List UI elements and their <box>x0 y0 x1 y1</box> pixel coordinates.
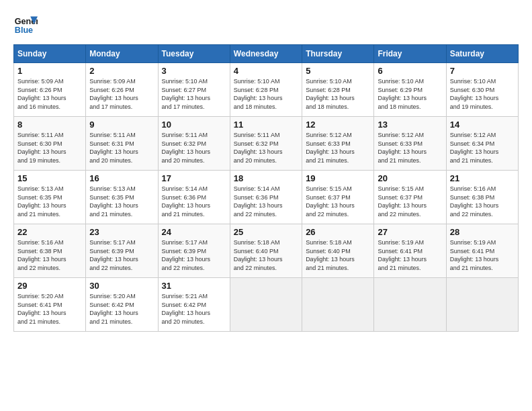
day-number: 11 <box>234 120 298 130</box>
calendar-header-row: SundayMondayTuesdayWednesdayThursdayFrid… <box>14 45 519 63</box>
day-info: Sunrise: 5:17 AM Sunset: 6:39 PM Dayligh… <box>162 238 226 272</box>
day-info: Sunrise: 5:10 AM Sunset: 6:30 PM Dayligh… <box>450 77 515 111</box>
day-number: 10 <box>162 120 226 130</box>
calendar-day-cell: 15Sunrise: 5:13 AM Sunset: 6:35 PM Dayli… <box>14 171 86 224</box>
calendar-day-cell: 8Sunrise: 5:11 AM Sunset: 6:30 PM Daylig… <box>14 117 86 171</box>
calendar-day-cell: 24Sunrise: 5:17 AM Sunset: 6:39 PM Dayli… <box>158 224 230 278</box>
calendar-day-cell: 4Sunrise: 5:10 AM Sunset: 6:28 PM Daylig… <box>230 63 302 117</box>
day-info: Sunrise: 5:16 AM Sunset: 6:38 PM Dayligh… <box>450 185 515 218</box>
day-info: Sunrise: 5:11 AM Sunset: 6:30 PM Dayligh… <box>17 131 82 165</box>
day-number: 27 <box>378 227 442 237</box>
calendar-day-cell: 27Sunrise: 5:19 AM Sunset: 6:41 PM Dayli… <box>374 224 446 278</box>
day-number: 1 <box>17 66 82 76</box>
day-info: Sunrise: 5:16 AM Sunset: 6:38 PM Dayligh… <box>17 238 82 272</box>
day-header-friday: Friday <box>374 45 446 63</box>
day-number: 26 <box>306 227 370 237</box>
day-number: 20 <box>378 173 442 183</box>
day-info: Sunrise: 5:09 AM Sunset: 6:26 PM Dayligh… <box>89 77 154 111</box>
day-header-thursday: Thursday <box>302 45 374 63</box>
day-info: Sunrise: 5:12 AM Sunset: 6:33 PM Dayligh… <box>306 131 370 165</box>
day-number: 8 <box>17 120 82 130</box>
day-number: 24 <box>162 227 226 237</box>
day-info: Sunrise: 5:13 AM Sunset: 6:35 PM Dayligh… <box>17 185 82 218</box>
calendar-day-cell: 9Sunrise: 5:11 AM Sunset: 6:31 PM Daylig… <box>86 117 158 171</box>
day-number: 7 <box>450 66 515 76</box>
day-header-tuesday: Tuesday <box>158 45 230 63</box>
day-number: 17 <box>162 173 226 183</box>
logo-icon: General Blue <box>13 13 38 38</box>
logo: General Blue <box>13 13 38 38</box>
empty-cell <box>302 278 374 332</box>
day-info: Sunrise: 5:11 AM Sunset: 6:32 PM Dayligh… <box>234 131 298 165</box>
calendar-day-cell: 3Sunrise: 5:10 AM Sunset: 6:27 PM Daylig… <box>158 63 230 117</box>
calendar-day-cell: 13Sunrise: 5:12 AM Sunset: 6:33 PM Dayli… <box>374 117 446 171</box>
calendar-day-cell: 2Sunrise: 5:09 AM Sunset: 6:26 PM Daylig… <box>86 63 158 117</box>
calendar-day-cell: 23Sunrise: 5:17 AM Sunset: 6:39 PM Dayli… <box>86 224 158 278</box>
day-info: Sunrise: 5:20 AM Sunset: 6:42 PM Dayligh… <box>89 292 154 326</box>
day-number: 29 <box>17 281 82 291</box>
calendar-day-cell: 5Sunrise: 5:10 AM Sunset: 6:28 PM Daylig… <box>302 63 374 117</box>
day-info: Sunrise: 5:10 AM Sunset: 6:28 PM Dayligh… <box>306 77 370 111</box>
day-number: 23 <box>89 227 154 237</box>
day-number: 5 <box>306 66 370 76</box>
day-info: Sunrise: 5:09 AM Sunset: 6:26 PM Dayligh… <box>17 77 82 111</box>
day-number: 28 <box>450 227 515 237</box>
day-info: Sunrise: 5:14 AM Sunset: 6:36 PM Dayligh… <box>162 185 226 218</box>
day-header-sunday: Sunday <box>14 45 86 63</box>
day-info: Sunrise: 5:15 AM Sunset: 6:37 PM Dayligh… <box>378 185 442 218</box>
day-info: Sunrise: 5:18 AM Sunset: 6:40 PM Dayligh… <box>306 238 370 272</box>
calendar-day-cell: 6Sunrise: 5:10 AM Sunset: 6:29 PM Daylig… <box>374 63 446 117</box>
calendar-week-row: 22Sunrise: 5:16 AM Sunset: 6:38 PM Dayli… <box>14 224 519 278</box>
day-info: Sunrise: 5:19 AM Sunset: 6:41 PM Dayligh… <box>450 238 515 272</box>
day-info: Sunrise: 5:12 AM Sunset: 6:33 PM Dayligh… <box>378 131 442 165</box>
day-info: Sunrise: 5:20 AM Sunset: 6:41 PM Dayligh… <box>17 292 82 326</box>
day-number: 22 <box>17 227 82 237</box>
calendar-day-cell: 28Sunrise: 5:19 AM Sunset: 6:41 PM Dayli… <box>446 224 518 278</box>
calendar-day-cell: 14Sunrise: 5:12 AM Sunset: 6:34 PM Dayli… <box>446 117 518 171</box>
day-number: 25 <box>234 227 298 237</box>
calendar-day-cell: 10Sunrise: 5:11 AM Sunset: 6:32 PM Dayli… <box>158 117 230 171</box>
calendar-day-cell: 30Sunrise: 5:20 AM Sunset: 6:42 PM Dayli… <box>86 278 158 332</box>
day-number: 31 <box>162 281 226 291</box>
empty-cell <box>374 278 446 332</box>
calendar-table: SundayMondayTuesdayWednesdayThursdayFrid… <box>13 44 519 332</box>
calendar-day-cell: 18Sunrise: 5:14 AM Sunset: 6:36 PM Dayli… <box>230 171 302 224</box>
day-info: Sunrise: 5:14 AM Sunset: 6:36 PM Dayligh… <box>234 185 298 218</box>
day-info: Sunrise: 5:18 AM Sunset: 6:40 PM Dayligh… <box>234 238 298 272</box>
day-header-saturday: Saturday <box>446 45 518 63</box>
calendar-day-cell: 26Sunrise: 5:18 AM Sunset: 6:40 PM Dayli… <box>302 224 374 278</box>
day-number: 13 <box>378 120 442 130</box>
day-info: Sunrise: 5:15 AM Sunset: 6:37 PM Dayligh… <box>306 185 370 218</box>
day-info: Sunrise: 5:10 AM Sunset: 6:29 PM Dayligh… <box>378 77 442 111</box>
calendar-day-cell: 16Sunrise: 5:13 AM Sunset: 6:35 PM Dayli… <box>86 171 158 224</box>
day-info: Sunrise: 5:11 AM Sunset: 6:32 PM Dayligh… <box>162 131 226 165</box>
day-header-wednesday: Wednesday <box>230 45 302 63</box>
calendar-day-cell: 11Sunrise: 5:11 AM Sunset: 6:32 PM Dayli… <box>230 117 302 171</box>
day-number: 6 <box>378 66 442 76</box>
calendar-day-cell: 19Sunrise: 5:15 AM Sunset: 6:37 PM Dayli… <box>302 171 374 224</box>
calendar-day-cell: 20Sunrise: 5:15 AM Sunset: 6:37 PM Dayli… <box>374 171 446 224</box>
svg-text:Blue: Blue <box>15 26 33 35</box>
day-info: Sunrise: 5:13 AM Sunset: 6:35 PM Dayligh… <box>89 185 154 218</box>
day-number: 16 <box>89 173 154 183</box>
day-number: 18 <box>234 173 298 183</box>
calendar-day-cell: 29Sunrise: 5:20 AM Sunset: 6:41 PM Dayli… <box>14 278 86 332</box>
day-number: 12 <box>306 120 370 130</box>
day-number: 15 <box>17 173 82 183</box>
calendar-week-row: 1Sunrise: 5:09 AM Sunset: 6:26 PM Daylig… <box>14 63 519 117</box>
calendar-day-cell: 17Sunrise: 5:14 AM Sunset: 6:36 PM Dayli… <box>158 171 230 224</box>
header: General Blue <box>13 13 519 38</box>
day-number: 14 <box>450 120 515 130</box>
calendar-day-cell: 7Sunrise: 5:10 AM Sunset: 6:30 PM Daylig… <box>446 63 518 117</box>
day-info: Sunrise: 5:17 AM Sunset: 6:39 PM Dayligh… <box>89 238 154 272</box>
calendar-day-cell: 22Sunrise: 5:16 AM Sunset: 6:38 PM Dayli… <box>14 224 86 278</box>
empty-cell <box>230 278 302 332</box>
calendar-week-row: 29Sunrise: 5:20 AM Sunset: 6:41 PM Dayli… <box>14 278 519 332</box>
calendar-day-cell: 25Sunrise: 5:18 AM Sunset: 6:40 PM Dayli… <box>230 224 302 278</box>
day-info: Sunrise: 5:21 AM Sunset: 6:42 PM Dayligh… <box>162 292 226 326</box>
day-number: 19 <box>306 173 370 183</box>
day-info: Sunrise: 5:10 AM Sunset: 6:28 PM Dayligh… <box>234 77 298 111</box>
calendar-week-row: 15Sunrise: 5:13 AM Sunset: 6:35 PM Dayli… <box>14 171 519 224</box>
day-number: 30 <box>89 281 154 291</box>
empty-cell <box>446 278 518 332</box>
